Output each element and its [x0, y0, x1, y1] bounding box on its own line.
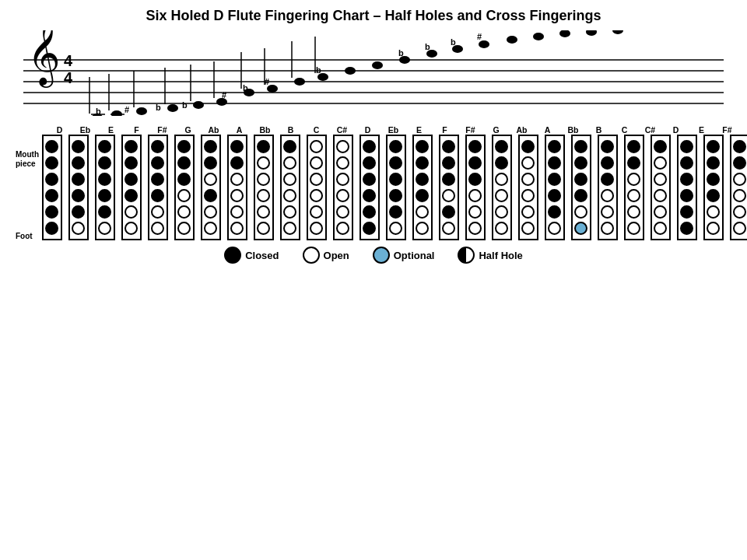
flute-body [412, 135, 433, 240]
note-name-label: F [124, 125, 149, 135]
flute-body [386, 135, 406, 240]
flute-column [118, 135, 144, 240]
hole [548, 173, 561, 186]
hole [416, 205, 429, 219]
hole [389, 173, 402, 186]
flute-body [465, 135, 486, 240]
hole [680, 189, 693, 202]
svg-text:b: b [451, 37, 456, 47]
hole [627, 222, 640, 235]
hole [495, 205, 508, 219]
hole [548, 205, 561, 219]
hole [124, 173, 138, 186]
note-name-label: Bb [252, 125, 278, 135]
hole [468, 156, 482, 170]
note-name-label: E [689, 125, 714, 135]
legend-closed: Closed [224, 247, 279, 264]
hole [310, 156, 323, 170]
flute-column [436, 135, 461, 240]
svg-text:b: b [316, 65, 321, 75]
hole [45, 222, 58, 235]
hole [283, 205, 296, 219]
flute-column [92, 135, 117, 240]
flute-body [598, 135, 618, 240]
flute-column [727, 135, 747, 240]
hole [230, 189, 244, 202]
hole [680, 205, 693, 219]
hole [521, 205, 535, 219]
flute-column [330, 135, 356, 240]
hole [416, 140, 429, 153]
flute-column [542, 135, 567, 240]
hole [707, 222, 720, 235]
flute-body [280, 135, 300, 240]
legend-half: Half Hole [458, 247, 522, 264]
flute-body [121, 135, 142, 240]
hole [45, 173, 58, 186]
svg-text:b: b [398, 48, 404, 58]
flute-column [462, 135, 488, 240]
hole [654, 189, 667, 202]
note-name-label: F# [714, 125, 740, 135]
hole [230, 156, 244, 170]
hole [310, 140, 323, 153]
svg-text:#: # [477, 32, 482, 41]
hole [283, 156, 296, 170]
svg-text:b: b [156, 103, 161, 112]
hole [442, 222, 455, 235]
hole [151, 222, 164, 235]
hole [124, 156, 138, 170]
hole [177, 189, 191, 202]
hole [230, 173, 244, 186]
hole [574, 140, 587, 153]
hole [654, 222, 667, 235]
hole [98, 140, 111, 153]
hole [257, 173, 270, 186]
closed-hole-icon [224, 247, 241, 264]
hole [389, 205, 402, 219]
hole [680, 222, 693, 235]
hole [601, 156, 614, 170]
half-label: Half Hole [479, 250, 522, 261]
flute-column [171, 135, 197, 240]
flute-body [651, 135, 671, 240]
mouth-label: Mouthpiece [16, 150, 39, 169]
flute-body [201, 135, 221, 240]
svg-point-30 [294, 78, 305, 86]
hole [442, 189, 455, 202]
hole [336, 156, 349, 170]
hole [336, 222, 349, 235]
hole [336, 140, 349, 153]
hole [574, 205, 587, 219]
hole [521, 140, 535, 153]
hole [283, 222, 296, 235]
hole [654, 156, 667, 170]
hole [336, 205, 349, 219]
hole [680, 173, 693, 186]
hole [548, 140, 561, 153]
flute-body [571, 135, 591, 240]
note-name-label: G [483, 125, 509, 135]
hole [257, 189, 270, 202]
hole [204, 189, 217, 202]
hole [521, 173, 535, 186]
flute-column [594, 135, 620, 240]
hole [98, 173, 111, 186]
flute-body [68, 135, 89, 240]
svg-point-47 [533, 33, 544, 40]
hole [124, 222, 138, 235]
flutes-container [39, 135, 747, 240]
hole [151, 156, 164, 170]
hole [124, 140, 138, 153]
flute-column [303, 135, 329, 240]
svg-text:b: b [96, 107, 101, 116]
hole [204, 140, 217, 153]
flute-column [700, 135, 726, 240]
hole [733, 222, 746, 235]
hole [707, 173, 720, 186]
legend-optional: Optional [373, 247, 435, 264]
hole [177, 173, 191, 186]
flute-column [224, 135, 250, 240]
page-title: Six Holed D Flute Fingering Chart – Half… [8, 8, 739, 24]
hole [733, 156, 746, 170]
